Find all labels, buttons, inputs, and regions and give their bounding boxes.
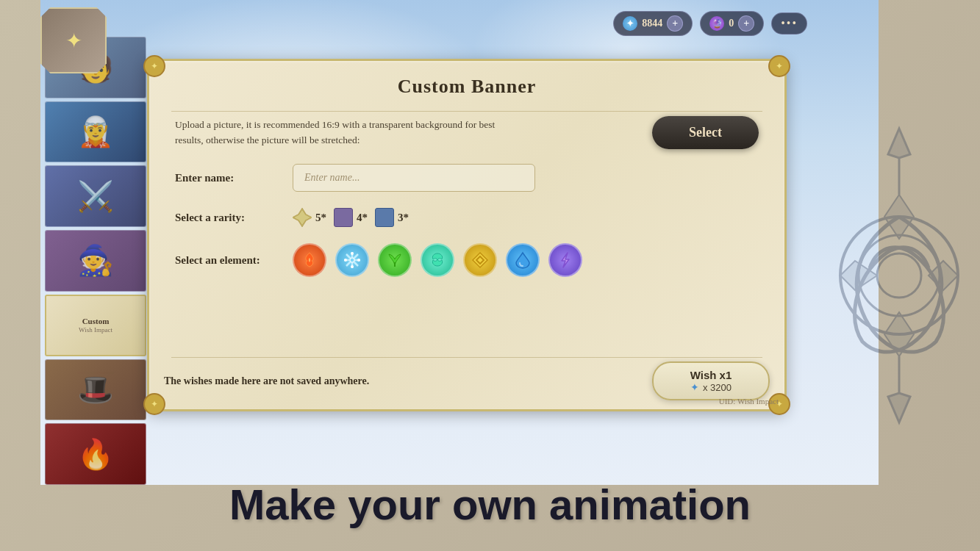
rarity-3star-icon [375, 208, 394, 227]
rarity-5star[interactable]: 5* [293, 208, 326, 227]
electro-element[interactable] [548, 243, 582, 277]
svg-marker-11 [293, 209, 312, 226]
anemo-icon [428, 251, 447, 270]
cryo-icon [343, 251, 362, 270]
sidebar-item-char3[interactable]: ⚔️ [45, 165, 146, 227]
svg-point-2 [877, 253, 921, 298]
select-button[interactable]: Select [652, 116, 759, 149]
panel-title: Custom Banner [149, 61, 784, 98]
corner-tr: ✦ [768, 55, 790, 77]
uid-text: UID: Wish Impact [719, 397, 779, 406]
primogem-currency: 🔮 0 + [700, 11, 764, 36]
rarity-5star-label: 5* [315, 212, 326, 224]
wish-primogem-icon: ✦ [690, 381, 699, 393]
custom-sublabel: Wish Impact [79, 326, 112, 334]
rarity-4star[interactable]: 4* [334, 208, 368, 227]
rarity-5star-icon [293, 208, 312, 227]
svg-marker-4 [884, 312, 914, 356]
top-star-icon: ✦ [40, 7, 107, 73]
title-divider [171, 111, 762, 112]
disclaimer-text: The wishes made here are not saved anywh… [164, 375, 369, 387]
rarity-options: 5* 4* 3* [293, 208, 409, 227]
svg-point-16 [344, 259, 347, 262]
top-hud: ✦ 8844 + 🔮 0 + ••• [613, 11, 807, 36]
rarity-3star-label: 3* [398, 212, 409, 224]
svg-point-14 [351, 252, 354, 255]
bottom-bar: The wishes made here are not saved anywh… [149, 356, 784, 409]
rarity-label: Select a rarity: [175, 212, 293, 224]
main-panel: ✦ ✦ ✦ ✦ Custom Banner Upload a picture, … [147, 59, 787, 411]
svg-point-17 [357, 259, 360, 262]
sidebar-item-char4[interactable]: 🧙 [45, 230, 146, 292]
geo-element[interactable] [463, 243, 497, 277]
char4-avatar: 🧙 [77, 243, 114, 278]
intertwined-count: 8844 [642, 18, 662, 29]
wish-cost-value: x 3200 [703, 382, 732, 393]
corner-tl: ✦ [143, 55, 165, 77]
dendro-icon [385, 251, 404, 270]
anemo-element[interactable] [421, 243, 454, 277]
char6-avatar: 🔥 [77, 437, 114, 472]
upload-description: Upload a picture, it is recommended 16:9… [175, 118, 498, 148]
sidebar-item-char2[interactable]: 🧝 [45, 101, 146, 163]
rarity-row: Select a rarity: 5* 4* [175, 208, 759, 227]
pyro-element[interactable] [293, 243, 326, 277]
hydro-element[interactable] [506, 243, 540, 277]
sidebar-item-custom[interactable]: Custom Wish Impact [45, 295, 146, 356]
svg-point-15 [351, 265, 354, 268]
pyro-icon [300, 251, 319, 270]
wish-button-title: Wish x1 [690, 369, 732, 381]
wish-button[interactable]: Wish x1 ✦ x 3200 [652, 361, 770, 400]
add-primogem-button[interactable]: + [738, 15, 754, 32]
element-icons [293, 243, 582, 277]
electro-icon [556, 251, 575, 270]
wish-button-cost: ✦ x 3200 [690, 381, 732, 393]
cryo-element[interactable] [335, 243, 369, 277]
bottom-title: Make your own animation [0, 480, 980, 529]
enter-name-row: Enter name: [175, 164, 759, 192]
element-label: Select an element: [175, 254, 293, 267]
intertwined-currency: ✦ 8844 + [613, 11, 693, 36]
parchment-panel: ✦ ✦ ✦ ✦ Custom Banner Upload a picture, … [147, 59, 787, 411]
svg-marker-18 [473, 253, 487, 267]
svg-marker-3 [884, 195, 914, 239]
panel-content: Upload a picture, it is recommended 16:9… [149, 98, 784, 308]
right-decoration [818, 0, 980, 551]
rarity-3star[interactable]: 3* [375, 208, 409, 227]
decorative-symbol [833, 92, 965, 459]
sidebar-item-char6[interactable]: 🔥 [45, 423, 146, 485]
star-symbol: ✦ [65, 29, 82, 53]
svg-point-13 [350, 258, 354, 262]
intertwined-icon: ✦ [623, 16, 637, 31]
more-button[interactable]: ••• [771, 12, 807, 35]
add-intertwined-button[interactable]: + [667, 15, 683, 32]
svg-marker-9 [888, 129, 910, 158]
enter-name-label: Enter name: [175, 172, 293, 184]
element-row: Select an element: [175, 243, 759, 277]
custom-label: Custom [82, 317, 110, 326]
char5-avatar: 🎩 [77, 372, 114, 407]
primogem-count: 0 [729, 18, 734, 29]
svg-marker-10 [888, 393, 910, 422]
upload-row: Upload a picture, it is recommended 16:9… [175, 112, 759, 149]
dendro-element[interactable] [378, 243, 412, 277]
rarity-4star-icon [334, 208, 353, 227]
primogem-icon: 🔮 [709, 16, 724, 31]
rarity-4star-label: 4* [357, 212, 368, 224]
sidebar-item-char5[interactable]: 🎩 [45, 359, 146, 421]
hydro-icon [513, 251, 532, 270]
enter-name-input[interactable] [293, 164, 535, 192]
svg-marker-6 [929, 261, 958, 290]
geo-icon [471, 251, 490, 270]
char2-avatar: 🧝 [77, 115, 114, 149]
char3-avatar: ⚔️ [77, 179, 114, 214]
